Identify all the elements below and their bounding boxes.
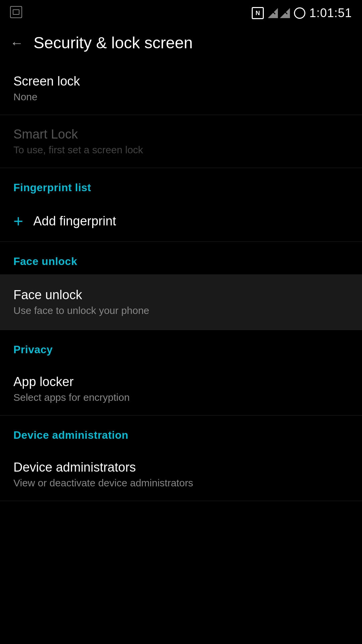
device-admin-section-header: Device administration bbox=[0, 416, 362, 448]
smart-lock-subtitle: To use, first set a screen lock bbox=[13, 144, 349, 156]
add-fingerprint-label: Add fingerprint bbox=[33, 214, 116, 228]
device-administrators-item[interactable]: Device administrators View or deactivate… bbox=[0, 448, 362, 501]
status-icons: N 1:01:51 bbox=[252, 6, 352, 20]
svg-marker-0 bbox=[268, 8, 278, 18]
status-bar: N 1:01:51 bbox=[0, 0, 362, 23]
app-locker-item[interactable]: App locker Select apps for encryption bbox=[0, 363, 362, 416]
fingerprint-section: Fingerprint list + Add fingerprint bbox=[0, 168, 362, 242]
device-admin-section: Device administration Device administrat… bbox=[0, 416, 362, 501]
signal-icon-1 bbox=[268, 8, 278, 18]
gallery-icon bbox=[10, 6, 22, 18]
back-button[interactable]: ← bbox=[10, 36, 23, 50]
privacy-section: Privacy App locker Select apps for encry… bbox=[0, 330, 362, 416]
add-fingerprint-item[interactable]: + Add fingerprint bbox=[0, 201, 362, 242]
nfc-icon: N bbox=[252, 7, 264, 19]
privacy-section-header: Privacy bbox=[0, 330, 362, 363]
plus-icon: + bbox=[13, 213, 23, 229]
signal-icons bbox=[268, 8, 290, 18]
screen-lock-title: Screen lock bbox=[13, 74, 349, 89]
app-locker-subtitle: Select apps for encryption bbox=[13, 392, 349, 403]
face-unlock-section: Face unlock Face unlock Use face to unlo… bbox=[0, 242, 362, 330]
data-circle-icon bbox=[294, 7, 305, 19]
screen-lock-subtitle: None bbox=[13, 91, 349, 103]
face-unlock-title: Face unlock bbox=[13, 288, 349, 302]
svg-marker-2 bbox=[280, 8, 290, 18]
screen-lock-item[interactable]: Screen lock None bbox=[0, 62, 362, 115]
smart-lock-title: Smart Lock bbox=[13, 127, 349, 142]
fingerprint-section-header: Fingerprint list bbox=[0, 168, 362, 201]
face-unlock-section-header: Face unlock bbox=[0, 242, 362, 274]
device-administrators-title: Device administrators bbox=[13, 460, 349, 475]
smart-lock-item: Smart Lock To use, first set a screen lo… bbox=[0, 115, 362, 168]
face-unlock-subtitle: Use face to unlock your phone bbox=[13, 305, 349, 316]
device-administrators-subtitle: View or deactivate device administrators bbox=[13, 477, 349, 489]
face-unlock-item[interactable]: Face unlock Use face to unlock your phon… bbox=[0, 274, 362, 330]
page-header: ← Security & lock screen bbox=[0, 23, 362, 62]
signal-icon-2 bbox=[280, 8, 290, 18]
status-time: 1:01:51 bbox=[309, 6, 352, 20]
page-title: Security & lock screen bbox=[34, 34, 193, 52]
app-locker-title: App locker bbox=[13, 375, 349, 389]
screen-lock-section: Screen lock None Smart Lock To use, firs… bbox=[0, 62, 362, 168]
